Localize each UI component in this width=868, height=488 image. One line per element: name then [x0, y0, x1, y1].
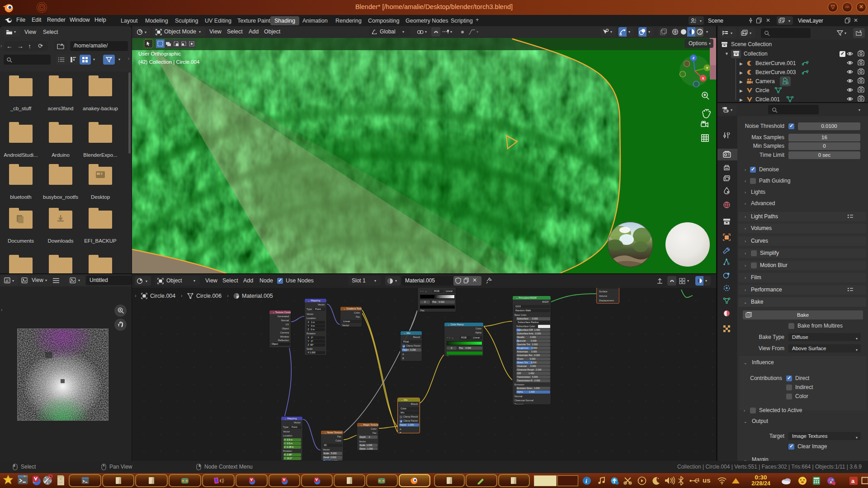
svg-text:User Orthographic: User Orthographic — [138, 51, 181, 56]
svg-text:Options: Options — [689, 40, 707, 47]
svg-text:i: i — [585, 478, 587, 484]
svg-text:(42) Collection | Circle.004: (42) Collection | Circle.004 — [138, 59, 200, 65]
svg-text:Z: Z — [693, 56, 695, 60]
svg-text:X: X — [702, 76, 705, 80]
svg-text:Y: Y — [706, 66, 709, 70]
svg-text:a: a — [851, 478, 855, 484]
svg-text:▾: ▾ — [709, 42, 711, 46]
